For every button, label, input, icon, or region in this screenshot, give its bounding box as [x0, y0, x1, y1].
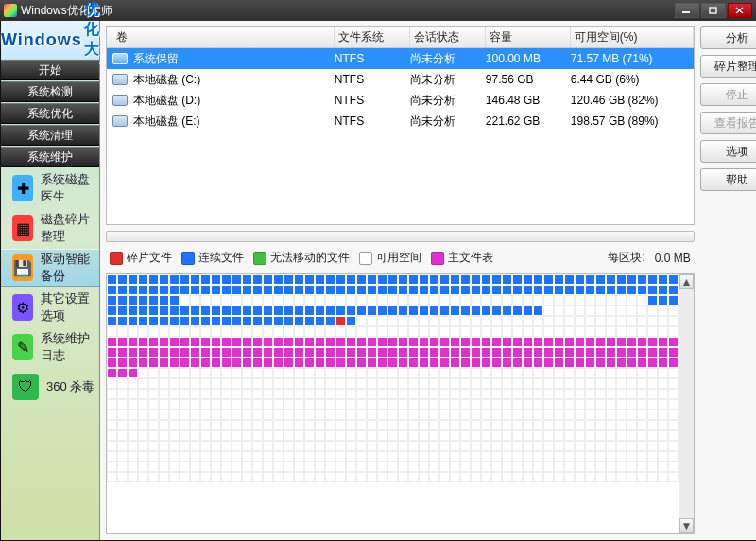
- cluster-cell: [627, 441, 637, 451]
- cluster-cell: [200, 274, 211, 285]
- cluster-cell: [159, 274, 169, 285]
- cluster-cell: [117, 316, 128, 326]
- cluster-cell: [159, 358, 169, 368]
- col-capacity[interactable]: 容量: [486, 27, 571, 47]
- volume-row[interactable]: 本地磁盘 (D:)NTFS尚未分析146.48 GB120.46 GB (82%…: [107, 90, 694, 111]
- cluster-cell: [658, 462, 668, 472]
- col-status[interactable]: 会话状态: [410, 27, 486, 47]
- cluster-cell: [616, 451, 627, 462]
- cluster-cell: [190, 285, 200, 295]
- cluster-cell: [367, 274, 377, 285]
- app-icon: [4, 4, 17, 17]
- cluster-cell: [658, 368, 668, 378]
- cluster-cell: [200, 410, 211, 420]
- cluster-cell: [211, 462, 221, 472]
- cluster-cell: [408, 451, 419, 462]
- cluster-cell: [554, 337, 564, 347]
- cluster-cell: [471, 472, 481, 482]
- tool-磁盘碎片整理[interactable]: ▦磁盘碎片整理: [1, 209, 99, 247]
- options-button[interactable]: 选项: [700, 140, 756, 163]
- tool-驱动智能备份[interactable]: 💾驱动智能备份: [1, 249, 99, 287]
- cluster-cell: [304, 347, 315, 358]
- cluster-cell: [595, 285, 606, 295]
- cluster-cell: [512, 326, 523, 337]
- col-fs[interactable]: 文件系统: [335, 27, 410, 47]
- cluster-cell: [471, 378, 481, 389]
- nav-系统维护[interactable]: 系统维护: [1, 147, 99, 167]
- close-button[interactable]: [728, 3, 752, 18]
- defrag-button[interactable]: 碎片整理: [700, 55, 756, 78]
- volume-row[interactable]: 本地磁盘 (C:)NTFS尚未分析97.56 GB6.44 GB (6%): [107, 69, 694, 90]
- vol-free: 120.46 GB (82%): [571, 94, 694, 107]
- cluster-cell: [450, 472, 460, 482]
- cluster-cell: [554, 305, 564, 316]
- cluster-cell: [107, 410, 117, 420]
- cluster-cell: [439, 295, 450, 305]
- cluster-cell: [356, 399, 367, 410]
- cluster-cell: [138, 295, 148, 305]
- cluster-cell: [346, 274, 356, 285]
- cluster-cell: [138, 389, 148, 399]
- cluster-cell: [315, 337, 325, 347]
- cluster-cell: [387, 285, 398, 295]
- nav-系统检测[interactable]: 系统检测: [1, 81, 99, 102]
- cluster-cell: [304, 389, 315, 399]
- nav-系统清理[interactable]: 系统清理: [1, 125, 99, 146]
- cluster-cell: [502, 316, 512, 326]
- cluster-cell: [502, 368, 512, 378]
- cluster-cell: [471, 389, 481, 399]
- cluster-cell: [595, 326, 606, 337]
- cluster-cell: [117, 451, 128, 462]
- cluster-cell: [481, 305, 491, 316]
- cluster-cell: [190, 368, 200, 378]
- cluster-cell: [471, 337, 481, 347]
- col-volume[interactable]: 卷: [112, 27, 335, 47]
- tool-其它设置选项[interactable]: ⚙其它设置选项: [1, 288, 99, 326]
- cluster-cell: [159, 337, 169, 347]
- map-scrollbar[interactable]: ▲ ▼: [679, 274, 694, 533]
- cluster-cell: [148, 368, 159, 378]
- help-button[interactable]: 帮助: [700, 168, 756, 191]
- tool-系统维护日志[interactable]: ✎系统维护日志: [1, 328, 99, 366]
- minimize-button[interactable]: [675, 3, 699, 18]
- cluster-cell: [273, 441, 284, 451]
- nav-开始[interactable]: 开始: [1, 60, 99, 80]
- cluster-cell: [263, 430, 273, 441]
- cluster-cell: [107, 378, 117, 389]
- cluster-cell: [543, 347, 554, 358]
- scroll-down-icon[interactable]: ▼: [679, 518, 694, 533]
- cluster-cell: [408, 326, 419, 337]
- cluster-cell: [242, 368, 252, 378]
- volume-row[interactable]: 本地磁盘 (E:)NTFS尚未分析221.62 GB198.57 GB (89%…: [107, 111, 694, 131]
- scroll-up-icon[interactable]: ▲: [679, 274, 694, 289]
- cluster-cell: [159, 347, 169, 358]
- cluster-cell: [658, 347, 668, 358]
- cluster-cell: [356, 462, 367, 472]
- tool-360 杀毒[interactable]: 🛡360 杀毒: [1, 368, 99, 406]
- cluster-cell: [585, 462, 595, 472]
- cluster-cell: [523, 347, 533, 358]
- cluster-cell: [138, 337, 148, 347]
- cluster-cell: [668, 368, 679, 378]
- cluster-cell: [523, 295, 533, 305]
- cluster-cell: [512, 285, 523, 295]
- cluster-cell: [273, 285, 284, 295]
- cluster-cell: [460, 451, 471, 462]
- analyze-button[interactable]: 分析: [700, 26, 756, 49]
- cluster-cell: [533, 368, 543, 378]
- cluster-cell: [429, 295, 439, 305]
- maximize-button[interactable]: [701, 3, 726, 18]
- cluster-cell: [627, 472, 637, 482]
- col-free[interactable]: 可用空间(%): [571, 27, 694, 47]
- cluster-cell: [232, 285, 242, 295]
- cluster-cell: [429, 337, 439, 347]
- cluster-cell: [346, 399, 356, 410]
- tool-系统磁盘医生[interactable]: ✚系统磁盘医生: [1, 169, 99, 207]
- cluster-cell: [325, 389, 335, 399]
- cluster-cell: [606, 347, 616, 358]
- volume-row[interactable]: 系统保留NTFS尚未分析100.00 MB71.57 MB (71%): [107, 48, 694, 69]
- cluster-cell: [284, 285, 294, 295]
- cluster-cell: [304, 337, 315, 347]
- nav-系统优化[interactable]: 系统优化: [1, 103, 99, 124]
- vol-fs: NTFS: [335, 52, 410, 65]
